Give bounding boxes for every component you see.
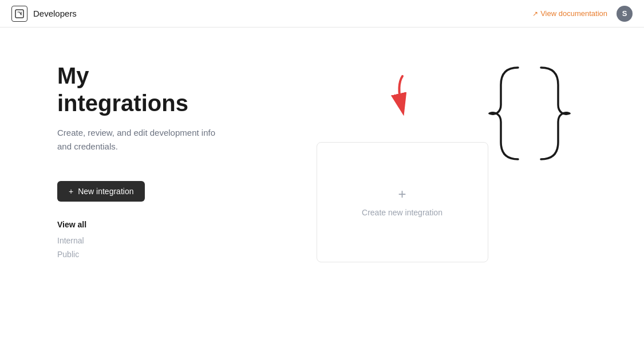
view-docs-label: View documentation [540, 9, 607, 18]
new-integration-label: New integration [78, 187, 133, 196]
nav-view-all[interactable]: View all [57, 218, 218, 231]
header: Developers ↗ View documentation S [0, 0, 644, 27]
red-arrow-indicator [385, 73, 420, 119]
nav-item-public[interactable]: Public [57, 247, 218, 261]
new-integration-plus-icon: + [69, 187, 73, 196]
create-new-integration-card[interactable]: + Create new integration [317, 142, 488, 262]
body-area: My integrations Create, review, and edit… [0, 27, 644, 362]
page-title: My integrations [57, 62, 218, 117]
left-column: My integrations Create, review, and edit… [57, 62, 218, 339]
nav-section: View all Internal Public [57, 218, 218, 261]
header-left: Developers [11, 6, 77, 22]
card-and-arrow: + Create new integration [317, 73, 488, 262]
create-card-label: Create new integration [362, 208, 442, 217]
external-link-icon: ↗ [532, 10, 538, 18]
page-subtitle: Create, review, and edit development inf… [57, 126, 218, 154]
header-right: ↗ View documentation S [532, 6, 633, 22]
notion-logo [11, 6, 27, 22]
new-integration-button[interactable]: + New integration [57, 181, 145, 202]
avatar[interactable]: S [617, 6, 633, 22]
svg-rect-0 [15, 10, 23, 18]
curly-braces-decoration [484, 62, 575, 183]
nav-item-internal[interactable]: Internal [57, 234, 218, 247]
view-docs-link[interactable]: ↗ View documentation [532, 9, 607, 18]
right-column: + Create new integration [218, 62, 587, 339]
create-card-plus-icon: + [398, 187, 406, 201]
header-title: Developers [33, 9, 77, 18]
